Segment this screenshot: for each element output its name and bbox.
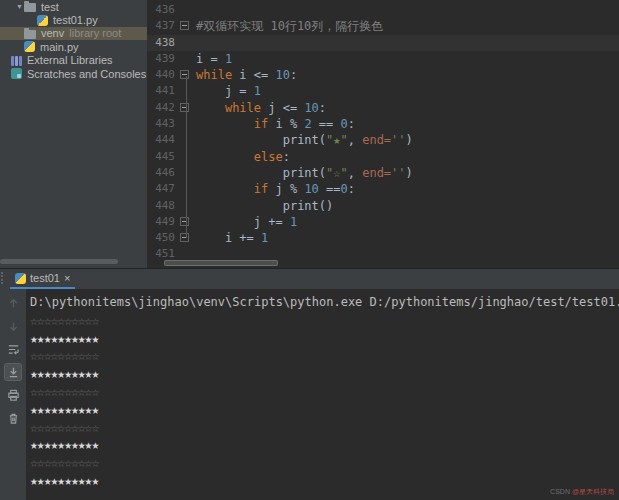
code-line-447[interactable]: 447 if j % 10 ==0: [147, 181, 619, 197]
project-tree: ▼testtest01.pyvenvlibrary rootmain.pyExt… [0, 0, 147, 80]
code-line-438[interactable]: 438 [147, 35, 619, 51]
code-line-449[interactable]: 449 j += 1 [147, 214, 619, 230]
tree-item-label: main.py [40, 41, 79, 53]
python-icon [15, 273, 26, 284]
toolwindow-grip-icon [1, 272, 8, 284]
project-panel-hscrollbar[interactable] [0, 259, 118, 264]
python-file-icon [24, 41, 35, 52]
fold-guide-line [186, 76, 187, 238]
line-number[interactable]: 444 [147, 132, 175, 148]
console-output-line: ☆☆☆☆☆☆☆☆☆☆ [30, 312, 619, 330]
code-text: print() [193, 198, 333, 214]
editor-hscrollbar[interactable] [164, 260, 278, 266]
line-number[interactable]: 447 [147, 181, 175, 197]
code-line-442[interactable]: 442 while j <= 10: [147, 100, 619, 116]
fold-gutter [175, 132, 193, 148]
code-text: else: [193, 149, 290, 165]
line-number[interactable]: 442 [147, 100, 175, 116]
console-command-line: D:\pythonitems\jinghao\venv\Scripts\pyth… [30, 294, 619, 312]
code-text: i = 1 [193, 51, 232, 67]
fold-collapse-icon[interactable] [180, 21, 189, 30]
fold-gutter [175, 100, 193, 116]
fold-gutter [175, 214, 193, 230]
code-line-450[interactable]: 450 i += 1 [147, 230, 619, 246]
python-file-icon [37, 15, 48, 26]
fold-collapse-icon[interactable] [180, 70, 189, 79]
line-number[interactable]: 439 [147, 51, 175, 67]
code-text: while i <= 10: [193, 67, 297, 83]
code-text [193, 2, 196, 18]
code-text: print("★", end='') [193, 132, 413, 148]
tree-item-test[interactable]: ▼test [0, 0, 147, 13]
console-output-line: ☆☆☆☆☆☆☆☆☆☆ [30, 419, 619, 437]
line-number[interactable]: 438 [147, 35, 175, 51]
console-tab-test01[interactable]: test01 × [10, 269, 75, 289]
console-output-line: ☆☆☆☆☆☆☆☆☆☆ [30, 383, 619, 401]
console-output-line: ★★★★★★★★★★ [30, 330, 619, 348]
tree-item-venv[interactable]: venvlibrary root [0, 27, 147, 40]
chevron-down-icon[interactable]: ▼ [15, 3, 24, 10]
code-line-445[interactable]: 445 else: [147, 149, 619, 165]
fold-collapse-icon[interactable] [180, 103, 189, 112]
line-number[interactable]: 443 [147, 116, 175, 132]
fold-end-icon[interactable] [180, 217, 189, 226]
fold-gutter [175, 51, 193, 67]
tree-item-main-py[interactable]: main.py [0, 40, 147, 53]
down-stack-icon[interactable] [4, 317, 22, 335]
clear-all-icon[interactable] [4, 409, 22, 427]
line-number[interactable]: 448 [147, 198, 175, 214]
code-text: print("☆", end='') [193, 165, 413, 181]
console-output-line: ★★★★★★★★★★ [30, 436, 619, 454]
fold-gutter [175, 149, 193, 165]
project-tree-panel: ▼testtest01.pyvenvlibrary rootmain.pyExt… [0, 0, 147, 268]
code-line-441[interactable]: 441 j = 1 [147, 83, 619, 99]
tree-item-external-libraries[interactable]: External Libraries [0, 54, 147, 67]
run-console-header: test01 × [0, 269, 619, 289]
up-stack-icon[interactable] [4, 294, 22, 312]
code-line-440[interactable]: 440while i <= 10: [147, 67, 619, 83]
tree-item-label: test01.py [53, 14, 98, 26]
fold-gutter [175, 2, 193, 18]
code-line-437[interactable]: 437#双循环实现 10行10列，隔行换色 [147, 18, 619, 34]
tree-item-test01-py[interactable]: test01.py [0, 13, 147, 26]
tree-item-scratches-and-consoles[interactable]: Scratches and Consoles [0, 67, 147, 80]
folder-icon [24, 30, 36, 39]
console-output-line: ★★★★★★★★★★ [30, 365, 619, 383]
line-number[interactable]: 450 [147, 230, 175, 246]
code-text [193, 35, 196, 51]
code-line-436[interactable]: 436 [147, 2, 619, 18]
line-number[interactable]: 437 [147, 18, 175, 34]
code-text: if i % 2 == 0: [193, 116, 355, 132]
console-output-line: ☆☆☆☆☆☆☆☆☆☆ [30, 347, 619, 365]
soft-wrap-icon[interactable] [4, 340, 22, 358]
console-output[interactable]: D:\pythonitems\jinghao\venv\Scripts\pyth… [26, 289, 619, 500]
console-toolbar [0, 289, 26, 500]
fold-end-icon[interactable] [180, 233, 189, 242]
code-text: j += 1 [193, 214, 297, 230]
close-icon[interactable]: × [64, 273, 70, 284]
code-editor[interactable]: 436437#双循环实现 10行10列，隔行换色438439i = 1440wh… [147, 0, 619, 268]
line-number[interactable]: 440 [147, 67, 175, 83]
line-number[interactable]: 436 [147, 2, 175, 18]
tree-item-label: Scratches and Consoles [27, 68, 146, 80]
code-line-443[interactable]: 443 if i % 2 == 0: [147, 116, 619, 132]
fold-gutter [175, 18, 193, 34]
code-line-444[interactable]: 444 print("★", end='') [147, 132, 619, 148]
code-text: j = 1 [193, 83, 261, 99]
folder-icon [24, 3, 36, 12]
fold-gutter [175, 181, 193, 197]
scroll-to-end-icon[interactable] [4, 363, 22, 381]
tree-item-label: test [41, 1, 59, 13]
code-line-446[interactable]: 446 print("☆", end='') [147, 165, 619, 181]
fold-gutter [175, 83, 193, 99]
fold-gutter [175, 67, 193, 83]
line-number[interactable]: 449 [147, 214, 175, 230]
line-number[interactable]: 446 [147, 165, 175, 181]
code-line-448[interactable]: 448 print() [147, 198, 619, 214]
line-number[interactable]: 441 [147, 83, 175, 99]
fold-gutter [175, 35, 193, 51]
code-line-439[interactable]: 439i = 1 [147, 51, 619, 67]
run-console: test01 × D:\pythonitems\jinghao\venv\Scr… [0, 268, 619, 500]
print-icon[interactable] [4, 386, 22, 404]
line-number[interactable]: 445 [147, 149, 175, 165]
